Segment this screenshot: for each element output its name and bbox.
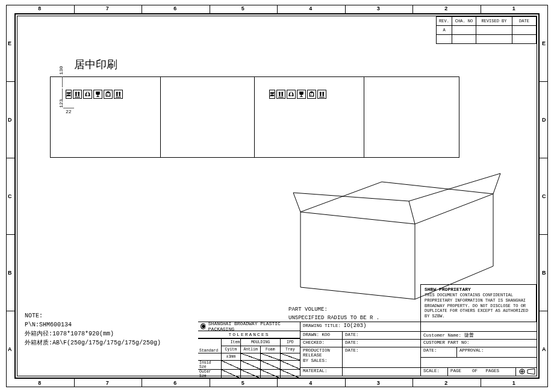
tol-row1-v0	[221, 361, 241, 370]
dimline	[62, 76, 63, 87]
drawing-title-val: IO(203)	[344, 323, 367, 329]
checked-date-lbl: DATE:	[345, 340, 359, 345]
recycle-icon	[83, 90, 92, 99]
tol-sub-4: Tray	[280, 346, 300, 353]
ruler-tick	[481, 379, 481, 387]
checked-lbl: CHECKED:	[300, 340, 343, 347]
ruler-tick	[277, 5, 278, 13]
tol-sub-2: Antlim	[241, 346, 261, 353]
ruler-tick	[6, 234, 14, 235]
ruler-tick	[540, 158, 548, 158]
tolerances-table: Standard Item MOULDING IPD Cyitm Antlim …	[198, 338, 300, 378]
ruler-col-label: 5	[241, 5, 244, 11]
drawing-title-lbl: DRAWING TITLE:	[303, 323, 341, 328]
tol-row0-lbl	[198, 353, 221, 361]
ruler-row-label: C	[542, 193, 546, 199]
part-volume: PART VOLUME:	[288, 305, 379, 314]
ruler-tick	[210, 379, 210, 387]
tol-hdr-moulding: MOULDING	[241, 339, 281, 346]
tol-sub-1: Cyitm	[221, 346, 241, 353]
flat-divider	[160, 77, 161, 157]
dim-22: 22	[66, 109, 72, 114]
ruler-row-label: C	[8, 193, 12, 199]
cust-part-lbl: CUSTOMER PART NO:	[421, 340, 537, 347]
note-size: 外箱内径:1078*1078*920(mm)	[25, 329, 161, 338]
company-logo-icon	[201, 323, 206, 329]
ruler-row-label: D	[542, 117, 546, 123]
ruler-col-label: 4	[309, 380, 312, 386]
ruler-tick	[540, 234, 548, 235]
cust-name-lbl: Customer Name:	[423, 333, 461, 338]
approval-lbl: APPROVAL:	[457, 347, 537, 357]
ruler-row-label: E	[8, 40, 11, 46]
tolerances-title: TOLERANCES	[198, 331, 300, 338]
note-title: NOTE:	[25, 311, 161, 320]
tol-row1-v3	[280, 361, 300, 370]
box-isometric	[282, 170, 505, 302]
ruler-tick	[345, 379, 346, 387]
dimline	[62, 89, 63, 102]
title-block: SHANGHAI BROADWAY PLASTIC PACKAGING TOLE…	[198, 322, 537, 376]
keep-dry-icon	[307, 90, 316, 99]
tol-sub-3: Foam	[261, 346, 281, 353]
tol-row0-v1	[241, 353, 261, 361]
rev-hdr-rev: REV.	[437, 17, 452, 26]
tb-left: SHANGHAI BROADWAY PLASTIC PACKAGING TOLE…	[198, 322, 300, 376]
this-way-up-icon	[317, 90, 326, 99]
rev-val-chano	[452, 26, 476, 35]
ruler-col-label: 3	[377, 380, 380, 386]
tol-row1-v2	[261, 361, 281, 370]
handling-icons-panel4	[269, 90, 326, 99]
tol-row0-v0: ±3mm	[221, 353, 241, 361]
proprietary-body: THIS DOCUMENT CONTAINS CONFIDENTIAL PROP…	[425, 293, 532, 319]
company-row: SHANGHAI BROADWAY PLASTIC PACKAGING	[198, 322, 300, 331]
tol-row2-v3	[280, 370, 300, 379]
approval-date-lbl: DATE:	[421, 347, 457, 357]
ruler-col-label: 7	[106, 5, 109, 11]
svg-line-11	[300, 182, 382, 212]
ruler-tick	[6, 311, 14, 311]
ruler-tick	[6, 81, 14, 82]
prod-release-lbl: PRODUCTION RELEASE BY SALES:	[300, 347, 343, 367]
tol-row2-v0	[221, 370, 241, 379]
rev-hdr-chano: CHA. NO	[452, 17, 476, 26]
center-print-label: 居中印刷	[74, 57, 117, 72]
ruler-tick	[412, 5, 413, 13]
dim-123: 123	[58, 99, 64, 108]
prod-date-lbl: DATE:	[345, 348, 359, 353]
fragile-icon	[93, 90, 102, 99]
rev-val-date	[512, 26, 537, 35]
recycle-icon	[287, 90, 296, 99]
tol-row0-v2	[261, 353, 281, 361]
ruler-col-label: 8	[38, 5, 41, 11]
ruler-tick	[345, 5, 346, 13]
do-not-stack-icon	[66, 90, 72, 99]
handling-icons-panel2	[66, 90, 123, 99]
tb-right: Customer Name: 捷普 CUSTOMER PART NO: DATE…	[421, 322, 537, 376]
dim-130: 130	[58, 66, 64, 75]
of-lbl: OF	[472, 369, 478, 373]
ruler-col-label: 6	[173, 5, 176, 11]
page-lbl: PAGE	[450, 369, 461, 373]
scale-lbl: SCALE:	[421, 368, 448, 376]
pages-lbl: PAGES	[486, 369, 500, 373]
tol-row0-v3	[280, 353, 300, 361]
ruler-col-label: 4	[309, 5, 312, 11]
flat-divider	[364, 77, 364, 157]
ruler-col-label: 7	[106, 380, 109, 386]
proprietary-title: SHBW PROPRIETARY	[425, 287, 532, 293]
ruler-col-label: 3	[377, 5, 380, 11]
cust-name-val: 捷普	[464, 332, 474, 338]
tol-row2-lbl: Outer Sze	[198, 370, 221, 379]
ruler-tick	[6, 158, 14, 158]
ruler-col-label: 2	[444, 5, 447, 11]
note-mat: 外箱材质:AB\F(250g/175g/175g/175g/250g)	[25, 338, 161, 347]
tb-middle: DRAWING TITLE: IO(203) DRAWN: KOO DATE: …	[300, 322, 421, 376]
svg-rect-9	[319, 97, 325, 98]
svg-rect-4	[116, 97, 121, 98]
part-info: PART VOLUME: UNSPECIFIED RADIUS TO BE R …	[288, 305, 379, 323]
svg-rect-3	[75, 97, 80, 98]
tol-row1-v1	[241, 361, 261, 370]
ruler-tick	[481, 5, 481, 13]
ruler-col-label: 2	[444, 380, 447, 386]
